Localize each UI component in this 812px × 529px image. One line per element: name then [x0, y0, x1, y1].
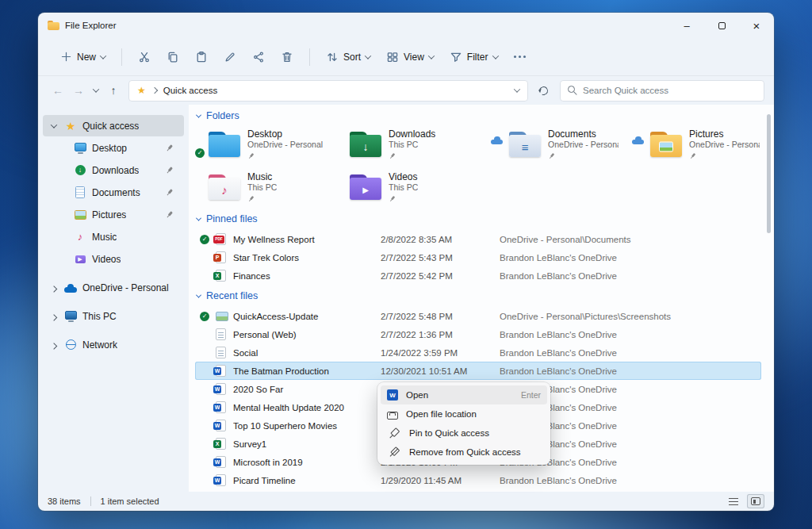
file-row[interactable]: QuickAccess-Update 2/7/2022 5:48 PM OneD… [195, 307, 761, 325]
expander-chevron-icon[interactable] [59, 232, 68, 242]
search-input[interactable] [583, 86, 756, 95]
file-name: Top 10 Superhero Movies [233, 421, 381, 431]
forward-button[interactable]: → [68, 80, 89, 101]
menu-item-label: Pin to Quick access [409, 428, 489, 438]
ellipsis-icon [514, 51, 527, 63]
sort-button[interactable]: Sort [319, 46, 377, 68]
file-type-icon [216, 347, 226, 358]
folder-location: OneDrive - Personal [247, 140, 323, 150]
expander-chevron-icon[interactable] [59, 255, 68, 264]
context-menu-item[interactable]: Pin to Quick access [381, 424, 547, 443]
delete-button[interactable] [274, 46, 301, 68]
large-icons-view-toggle[interactable] [747, 494, 764, 508]
folder-glyph [363, 141, 369, 152]
up-button[interactable]: ↑ [103, 80, 124, 101]
sync-status-icon [200, 235, 209, 244]
sidebar-item[interactable]: Videos [43, 248, 184, 270]
file-location: Brandon LeBlanc's OneDrive [500, 476, 761, 485]
view-icon [386, 51, 399, 63]
sidebar-item-label: Pictures [92, 209, 126, 220]
copy-button[interactable] [159, 46, 186, 68]
file-row[interactable]: The Batman Production 12/30/2021 10:51 A… [195, 362, 761, 380]
folder-icon [209, 174, 240, 200]
breadcrumb-location[interactable]: Quick access [163, 86, 217, 95]
maximize-button[interactable] [704, 13, 739, 38]
folders-section-header[interactable]: Folders [197, 109, 761, 122]
context-menu-item[interactable]: Open Enter [381, 385, 547, 404]
expander-chevron-icon[interactable] [49, 121, 59, 131]
sidebar-item[interactable]: Desktop [43, 137, 184, 159]
expander-chevron-icon[interactable] [49, 312, 59, 321]
file-type-icon [216, 456, 226, 468]
file-location: OneDrive - Personal\Documents [500, 235, 761, 244]
view-button[interactable]: View [379, 46, 441, 68]
recent-locations-button[interactable] [89, 80, 103, 101]
context-menu-item[interactable]: Open file location [381, 404, 547, 424]
file-row[interactable]: Star Trek Colors 2/7/2022 5:43 PM Brando… [195, 248, 761, 266]
chevron-down-icon [93, 86, 99, 92]
file-row[interactable]: Finances 2/7/2022 5:42 PM Brandon LeBlan… [195, 266, 761, 285]
sidebar-item-icon [63, 310, 78, 323]
refresh-button[interactable] [533, 80, 553, 101]
pinned-files-section-header[interactable]: Pinned files [197, 213, 761, 225]
sidebar-item[interactable]: Pictures [43, 204, 184, 225]
file-date: 1/24/2022 3:59 PM [381, 348, 500, 358]
pin-icon [548, 151, 556, 160]
filter-button[interactable]: Filter [442, 46, 505, 68]
new-button[interactable]: New [52, 46, 113, 68]
rename-button[interactable] [216, 46, 243, 68]
folder-tile[interactable]: Downloads This PC [336, 127, 477, 162]
refresh-icon [538, 85, 550, 97]
folder-tile[interactable]: Music This PC [195, 170, 336, 205]
file-row[interactable]: Picard Timeline 1/29/2020 11:45 AM Brand… [195, 471, 761, 489]
folder-tile[interactable]: Pictures OneDrive - Personal [619, 127, 760, 162]
sidebar-item[interactable]: Music [43, 226, 184, 247]
scrollbar-thumb[interactable] [767, 114, 771, 233]
close-button[interactable]: × [739, 13, 774, 38]
file-date: 2/7/2022 5:48 PM [381, 312, 500, 321]
expander-chevron-icon[interactable] [49, 340, 59, 350]
file-row[interactable]: Social 1/24/2022 3:59 PM Brandon LeBlanc… [195, 343, 761, 362]
recent-files-section-header[interactable]: Recent files [197, 289, 761, 302]
sidebar-item[interactable]: Network [43, 334, 184, 355]
expander-chevron-icon[interactable] [59, 188, 68, 197]
sidebar-item[interactable]: Documents [43, 182, 184, 203]
folder-location: This PC [389, 182, 418, 193]
file-row[interactable]: My Wellness Report 2/8/2022 8:35 AM OneD… [195, 230, 761, 248]
cut-button[interactable] [131, 46, 158, 68]
file-row[interactable]: Personal (Web) 2/7/2022 1:36 PM Brandon … [195, 325, 761, 343]
folder-tile[interactable]: Documents OneDrive - Personal [477, 127, 619, 162]
pin-icon [389, 151, 396, 160]
sidebar-item[interactable]: Downloads [43, 159, 184, 181]
cut-icon [138, 51, 151, 63]
back-button[interactable]: ← [48, 80, 68, 101]
sidebar-item[interactable]: OneDrive - Personal [43, 277, 184, 298]
expander-chevron-icon[interactable] [49, 283, 59, 293]
more-options-button[interactable] [507, 46, 534, 68]
details-view-toggle[interactable] [725, 494, 742, 508]
sidebar-item-icon [73, 231, 87, 243]
folder-icon [209, 132, 240, 157]
sidebar-item-icon [73, 209, 87, 221]
file-type-icon [216, 365, 226, 377]
sidebar-item[interactable]: This PC [43, 305, 184, 327]
folder-tile[interactable]: Desktop OneDrive - Personal [195, 127, 336, 162]
file-location: OneDrive - Personal\Pictures\Screenshots [500, 312, 761, 321]
sidebar-item[interactable]: Quick access [43, 115, 184, 136]
search-box[interactable] [560, 80, 764, 102]
breadcrumb[interactable]: ★ Quick access [128, 80, 528, 102]
expander-chevron-icon[interactable] [59, 166, 68, 175]
chevron-down-icon[interactable] [514, 86, 520, 92]
minimize-button[interactable]: – [669, 13, 704, 38]
delete-icon [281, 51, 293, 63]
expander-chevron-icon[interactable] [59, 210, 68, 220]
folder-name: Pictures [689, 128, 760, 140]
share-button[interactable] [245, 46, 272, 68]
window-tab[interactable]: File Explorer [48, 21, 117, 30]
context-menu-item[interactable]: Remove from Quick access [381, 443, 547, 462]
paste-button[interactable] [188, 46, 215, 68]
title-bar: File Explorer – × [38, 13, 774, 38]
vertical-scrollbar[interactable] [764, 108, 772, 489]
folder-tile[interactable]: Videos This PC [336, 170, 477, 205]
expander-chevron-icon[interactable] [59, 144, 68, 153]
